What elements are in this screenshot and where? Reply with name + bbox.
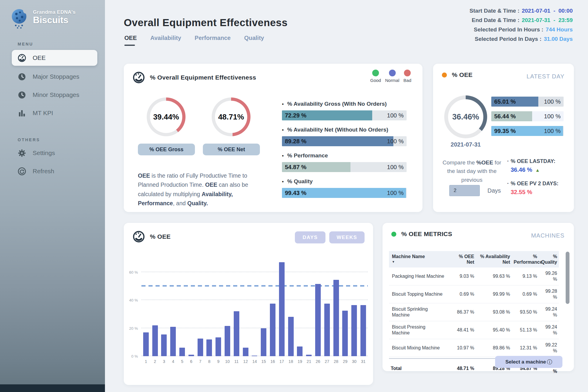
tab-oee[interactable]: OEE [124,35,137,46]
sidebar-item-refresh[interactable]: Refresh [12,164,97,179]
machine-name: Biscuit Sprinkling Machine [392,306,436,318]
chart-bar[interactable] [360,305,366,356]
chart-bar[interactable] [351,305,357,356]
card-header: % OEE [442,71,472,78]
sidebar-bottom-strip [0,384,105,392]
chart-bar[interactable] [342,311,348,356]
tab-performance[interactable]: Performance [195,35,230,46]
metric-row: % Availability Net (Without No Orders)89… [282,127,407,146]
chart-bar-slot: 15 [259,258,268,356]
metric-value: 72.29 % [285,110,306,120]
chart-bar[interactable] [216,337,221,356]
chart-bar[interactable] [234,311,239,356]
table-row[interactable]: Biscuit Mixing Machine10.97 %89.86 %12.3… [389,339,559,357]
table-row[interactable]: Biscuit Pressing Machine48.41 %95.40 %51… [389,321,559,339]
column-header-quality[interactable]: % Quality [539,251,559,267]
column-header-availability-net[interactable]: % Availability Net [476,251,512,267]
cell: 99.28 % [539,285,559,303]
days-toggle-button[interactable]: DAYS [295,231,325,243]
chart-bar[interactable] [324,304,330,356]
chart-bar[interactable] [333,280,339,356]
chart-bar[interactable] [161,334,167,356]
chart-bar[interactable] [279,262,285,356]
cell: 99.24 % [539,321,559,339]
chart-bar-slot: 10 [223,258,232,356]
chart-bar-slot: 2 [151,258,159,356]
sidebar-item-oee[interactable]: OEE [12,50,97,66]
tab-availability[interactable]: Availability [150,35,181,46]
chart-bar[interactable] [297,346,303,356]
table-header-row: Machine Name▼% OEE Net% Availability Net… [389,251,559,267]
sidebar-item-mt-kpi[interactable]: MT KPI [12,106,97,120]
chart-bar-slot: 6 [187,258,196,356]
chart-bar[interactable] [306,355,312,356]
weeks-toggle-button[interactable]: WEEKS [329,231,365,243]
column-header-oee-net[interactable]: % OEE Net [451,251,476,267]
cell: 48.41 % [451,321,476,339]
page-title: Overall Equipment Effectiveness [124,17,288,28]
chart-bar-slot: 18 [286,258,295,356]
table-row[interactable]: Biscuit Sprinkling Machine86.37 %93.08 %… [389,303,559,321]
chart-bar[interactable] [198,339,203,356]
legend-dot-good [372,70,379,76]
sidebar-item-settings[interactable]: Settings [12,146,97,160]
latest-day-card: % OEE LATEST DAY 36.46% 2021-07-31 65.01… [433,64,574,212]
status-legend: GoodNormalBad [370,70,411,83]
sidebar-item-label: Settings [33,149,55,157]
cell: Biscuit Topping Machine [389,285,451,303]
column-header-machine-name[interactable]: Machine Name▼ [389,251,451,267]
legend-label: Bad [403,78,411,83]
oee-gross-button[interactable]: % OEE Gross [138,144,195,155]
chart-bar[interactable] [170,327,176,356]
cookie-logo-icon [10,8,29,30]
cell: 0.69 % [512,285,539,303]
days-input-row: Days [449,185,501,196]
chart-bar-slot: 21 [305,258,313,356]
select-machine-button[interactable]: Select a machine ⓘ [495,356,562,368]
chart-bar-slot: 9 [214,258,223,356]
date-info-value2: 00:00 [558,8,573,14]
chart-bar[interactable] [225,326,230,356]
text-segment: Quality. [187,200,208,206]
table-scrollbar[interactable] [566,252,569,304]
sidebar-item-minor-stoppages[interactable]: Minor Stoppages [12,88,97,102]
metric-label: % Availability Gross (With No Orders) [282,101,407,107]
cell: 51.13 % [512,321,539,339]
date-info-value2: Days [559,36,573,42]
chart-bar[interactable] [315,284,321,356]
chart-bar[interactable] [188,355,194,356]
days-input[interactable] [449,185,480,196]
tab-quality[interactable]: Quality [244,35,264,46]
sidebar-item-label: OEE [33,54,46,61]
compare-stat: % OEE LASTDAY:36.46 %▲ [507,158,558,173]
chart-bar[interactable] [206,339,212,356]
chart-bar-slot: 16 [268,258,277,356]
chart-bar[interactable] [270,304,275,356]
chart-bar[interactable] [261,328,266,356]
oee-net-button[interactable]: % OEE Net [203,144,260,155]
chart-bar[interactable] [252,356,257,356]
metric-value: 99.43 % [285,188,306,198]
column-header-performance[interactable]: % Performance [512,251,539,267]
y-axis-tick-label: 40 % [129,298,138,302]
days-input-suffix: Days [487,187,501,194]
bar-chart-icon [18,109,26,117]
sort-descending-icon[interactable]: ▼ [392,260,450,264]
table-row[interactable]: Packaging Heat Machine9.03 %99.63 %9.13 … [389,267,559,285]
chart-bar-slot: 26 [314,258,323,356]
legend-item-good: Good [370,70,381,83]
date-info-value: 31.00 [544,36,558,42]
sidebar-item-label: Minor Stoppages [33,91,79,98]
chart-bar[interactable] [179,348,185,356]
table-row[interactable]: Biscuit Topping Machine0.69 %99.99 %0.69… [389,285,559,303]
chart-bar[interactable] [288,317,294,356]
metric-max: 100 % [387,162,404,172]
chart-bar-slot: 31 [359,258,368,356]
chart-bar[interactable] [152,325,158,356]
sidebar-item-major-stoppages[interactable]: Major Stoppages [12,69,97,84]
chart-bar[interactable] [143,332,149,356]
chart-bar[interactable] [243,348,248,356]
metric-bar: 99.35 %100 % [491,126,564,136]
metric-label: % Quality [282,178,407,185]
latest-metric-bars: 65.01 %100 %56.44 %100 %99.35 %100 % [491,97,564,141]
